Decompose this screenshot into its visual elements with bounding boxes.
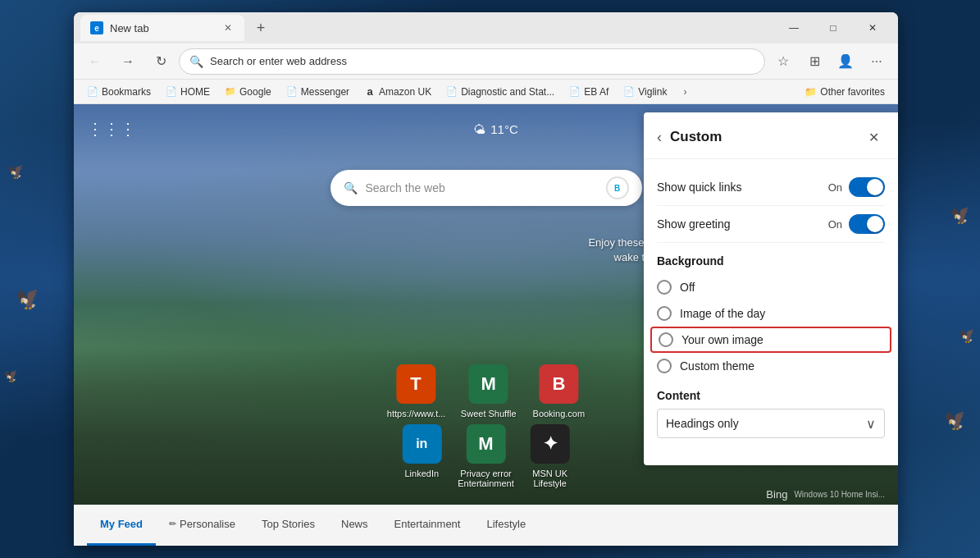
bookmark-label: Viglink [638,86,667,98]
forward-button[interactable]: → [113,47,143,76]
back-button[interactable]: ← [80,47,110,76]
bookmark-messenger[interactable]: 📄 Messenger [280,85,356,99]
quicklink-item[interactable]: B Booking.com [533,364,586,418]
background-option-ownimage[interactable]: Your own image [650,327,891,353]
bookmark-icon: 📄 [87,86,98,98]
bookmark-folder-icon: 📁 [225,86,236,98]
quicklink-label: MSN UKLifestyle [532,469,567,488]
feed-tab-news[interactable]: News [328,505,381,546]
bookmark-bookmarks[interactable]: 📄 Bookmarks [80,85,157,99]
bird-decoration: 🦅 [949,203,973,227]
background-option-imageofday[interactable]: Image of the day [657,300,885,327]
forward-icon: → [121,54,134,69]
quicklinks-row1: T https://www.t... M Sweet Shuffle B Boo… [387,364,585,418]
profile-button[interactable]: 👤 [831,47,860,76]
feed-tab-label: My Feed [100,518,143,530]
bookmark-icon: 📄 [623,86,635,98]
quicklink-label: Privacy errorEntertainment [458,469,513,488]
panel-back-button[interactable]: ‹ [657,129,662,146]
collections-button[interactable]: ⊞ [800,47,829,76]
quick-links-toggle[interactable] [849,177,885,197]
favorite-button[interactable]: ☆ [768,47,798,76]
address-bar[interactable]: 🔍 Search or enter web address [179,48,765,75]
feed-tab-lifestyle[interactable]: Lifestyle [473,505,539,546]
search-placeholder: Search the web [366,181,445,194]
radio-imageofday[interactable] [657,306,672,321]
browser-window: e New tab ✕ + — □ ✕ ← → ↻ 🔍 Search or en [74,12,898,546]
bookmark-label: Google [239,86,271,98]
radio-customtheme[interactable] [657,359,672,373]
quicklink-label: LinkedIn [404,469,439,478]
desktop-right-side: 🦅 🦅 🦅 [898,0,980,558]
bookmark-google[interactable]: 📁 Google [218,85,278,99]
bookmark-label: Amazon UK [379,86,431,98]
refresh-button[interactable]: ↻ [146,47,175,76]
radio-off[interactable] [657,280,672,295]
browser-tab[interactable]: e New tab ✕ [80,15,244,41]
background-option-off[interactable]: Off [657,274,885,300]
back-icon: ← [89,54,102,69]
bookmark-label: Bookmarks [102,86,151,98]
minimize-button[interactable]: — [775,15,813,41]
quicklink-icon: B [539,364,578,404]
radio-ownimage[interactable] [659,332,673,347]
quicklink-item[interactable]: T https://www.t... [387,364,444,418]
feed-tab-topstories[interactable]: Top Stories [248,505,328,546]
search-icon: 🔍 [189,55,203,68]
bookmark-diagnostic[interactable]: 📄 Diagnostic and Stat... [440,85,561,99]
feed-tab-entertainment[interactable]: Entertainment [381,505,474,546]
quicklink-label: Sweet Shuffle [461,409,517,418]
content-section: Content Headings only ∨ [657,379,885,438]
feed-bar: My Feed ✏ Personalise Top Stories News E… [74,505,898,546]
show-greeting-label: Show greeting [657,217,731,231]
quicklink-item[interactable]: ✦ MSN UKLifestyle [531,424,570,488]
tab-close-button[interactable]: ✕ [221,21,235,34]
newtab-search-bar[interactable]: 🔍 Search the web B [330,170,642,206]
feed-tab-label: Personalise [180,518,235,530]
weather-widget: 🌤 11°C [473,122,518,136]
feed-tab-label: News [341,518,368,530]
bookmark-label: Diagnostic and Stat... [461,86,554,98]
bird-decoration: 🦅 [14,285,43,313]
quick-links-state: On [828,181,842,194]
quicklink-label: Booking.com [533,409,586,418]
bing-subtitle: Windows 10 Home Insi... [794,490,885,499]
nav-actions: ☆ ⊞ 👤 ··· [768,47,891,76]
bookmark-other-favorites[interactable]: 📁 Other favorites [798,85,891,99]
bookmarks-more-button[interactable]: › [675,82,695,102]
bookmark-icon: 📄 [569,86,581,98]
greeting-toggle[interactable] [849,214,885,234]
panel-close-button[interactable]: ✕ [862,126,885,149]
new-tab-button[interactable]: + [248,15,274,41]
quicklink-icon: in [402,424,441,464]
toggle-right: On [828,214,885,234]
close-button[interactable]: ✕ [854,15,891,41]
quicklink-icon: ✦ [531,424,570,464]
show-quick-links-label: Show quick links [657,181,742,194]
title-bar: e New tab ✕ + — □ ✕ [74,12,898,43]
bookmark-home[interactable]: 📄 HOME [159,85,217,99]
window-controls: — □ ✕ [775,15,891,41]
navigation-bar: ← → ↻ 🔍 Search or enter web address ☆ ⊞ … [74,43,898,80]
quicklink-item[interactable]: in LinkedIn [402,424,441,488]
quicklink-item[interactable]: M Privacy errorEntertainment [458,424,513,488]
maximize-button[interactable]: □ [814,15,852,41]
feed-tab-myfeed[interactable]: My Feed [87,505,156,546]
apps-button[interactable]: ⋮⋮⋮ [87,119,136,139]
feed-tab-personalise[interactable]: ✏ Personalise [156,505,248,546]
background-section-heading: Background [657,243,885,274]
quicklink-icon: M [469,364,508,404]
radio-imageofday-label: Image of the day [680,307,765,320]
weather-icon: 🌤 [473,122,485,136]
background-option-customtheme[interactable]: Custom theme [657,353,885,379]
bookmark-amazon[interactable]: a Amazon UK [358,85,438,99]
quicklink-item[interactable]: M Sweet Shuffle [461,364,517,418]
feed-tab-label: Lifestyle [486,518,526,530]
content-dropdown[interactable]: Headings only ∨ [657,409,885,438]
more-button[interactable]: ··· [862,47,891,76]
bookmark-viglink[interactable]: 📄 Viglink [617,85,673,99]
folder-label: Other favorites [820,86,885,98]
bookmark-ebaf[interactable]: 📄 EB Af [563,85,615,99]
search-icon: 🔍 [344,181,358,194]
show-quick-links-row: Show quick links On [657,169,885,206]
